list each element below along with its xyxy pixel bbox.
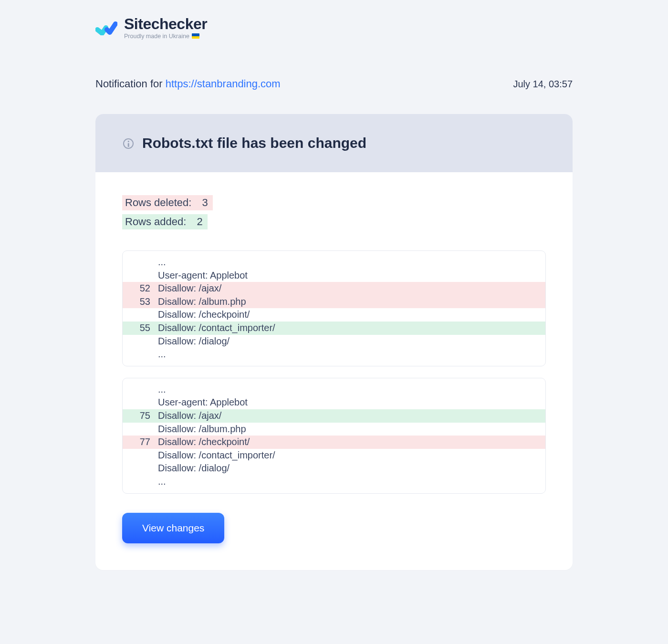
rows-added-stat: Rows added: 2 bbox=[122, 214, 208, 229]
diff-line: 53Disallow: /album.php bbox=[123, 295, 545, 309]
diff-block-1: ...User-agent: Applebot52Disallow: /ajax… bbox=[122, 250, 546, 366]
view-changes-button[interactable]: View changes bbox=[122, 513, 224, 543]
card-title: Robots.txt file has been changed bbox=[142, 135, 366, 151]
diff-line: ... bbox=[123, 383, 545, 396]
line-text: User-agent: Applebot bbox=[156, 396, 248, 409]
line-text: Disallow: /contact_importer/ bbox=[156, 449, 275, 462]
line-number: 77 bbox=[123, 436, 156, 449]
line-number: 53 bbox=[123, 295, 156, 309]
logo: Sitechecker Proudly made in Ukraine bbox=[95, 14, 573, 40]
line-text: ... bbox=[156, 348, 166, 361]
line-text: Disallow: /checkpoint/ bbox=[156, 308, 250, 322]
line-text: ... bbox=[156, 383, 166, 396]
diff-line: Disallow: /album.php bbox=[123, 423, 545, 436]
diff-line: Disallow: /contact_importer/ bbox=[123, 449, 545, 462]
line-text: Disallow: /dialog/ bbox=[156, 462, 230, 475]
line-text: Disallow: /album.php bbox=[156, 423, 246, 436]
diff-line: ... bbox=[123, 256, 545, 269]
rows-added-label: Rows added: bbox=[125, 216, 186, 228]
line-text: Disallow: /contact_importer/ bbox=[156, 322, 275, 335]
brand-tagline: Proudly made in Ukraine bbox=[124, 33, 207, 40]
diff-line: 75Disallow: /ajax/ bbox=[123, 409, 545, 423]
rows-deleted-stat: Rows deleted: 3 bbox=[122, 195, 213, 210]
line-number: 75 bbox=[123, 409, 156, 423]
line-text: Disallow: /checkpoint/ bbox=[156, 436, 250, 449]
card-header: Robots.txt file has been changed bbox=[95, 114, 573, 172]
line-text: ... bbox=[156, 475, 166, 488]
line-text: Disallow: /ajax/ bbox=[156, 282, 221, 295]
diff-line: Disallow: /checkpoint/ bbox=[123, 308, 545, 322]
line-number: 55 bbox=[123, 322, 156, 335]
line-text: Disallow: /album.php bbox=[156, 295, 246, 309]
diff-line: 55Disallow: /contact_importer/ bbox=[123, 322, 545, 335]
line-text: ... bbox=[156, 256, 166, 269]
notification-prefix: Notification for bbox=[95, 78, 166, 90]
rows-deleted-count: 3 bbox=[202, 197, 208, 209]
notification-date: July 14, 03:57 bbox=[513, 79, 573, 90]
diff-line: ... bbox=[123, 475, 545, 488]
diff-block-2: ...User-agent: Applebot75Disallow: /ajax… bbox=[122, 378, 546, 494]
diff-line: 77Disallow: /checkpoint/ bbox=[123, 436, 545, 449]
notification-heading: Notification for https://stanbranding.co… bbox=[95, 78, 281, 90]
line-text: User-agent: Applebot bbox=[156, 269, 248, 282]
diff-line: 52Disallow: /ajax/ bbox=[123, 282, 545, 295]
info-icon bbox=[123, 138, 134, 149]
diff-line: Disallow: /dialog/ bbox=[123, 462, 545, 475]
line-number: 52 bbox=[123, 282, 156, 295]
rows-deleted-label: Rows deleted: bbox=[125, 197, 191, 209]
line-text: Disallow: /ajax/ bbox=[156, 409, 221, 423]
brand-name: Sitechecker bbox=[124, 16, 207, 31]
diff-line: User-agent: Applebot bbox=[123, 269, 545, 282]
diff-line: Disallow: /dialog/ bbox=[123, 335, 545, 348]
rows-added-count: 2 bbox=[197, 216, 202, 228]
logo-mark-icon bbox=[95, 21, 117, 35]
site-url-link[interactable]: https://stanbranding.com bbox=[166, 78, 281, 90]
diff-line: ... bbox=[123, 348, 545, 361]
ukraine-flag-icon bbox=[192, 33, 199, 39]
line-text: Disallow: /dialog/ bbox=[156, 335, 230, 348]
diff-line: User-agent: Applebot bbox=[123, 396, 545, 409]
notification-card: Robots.txt file has been changed Rows de… bbox=[95, 114, 573, 570]
